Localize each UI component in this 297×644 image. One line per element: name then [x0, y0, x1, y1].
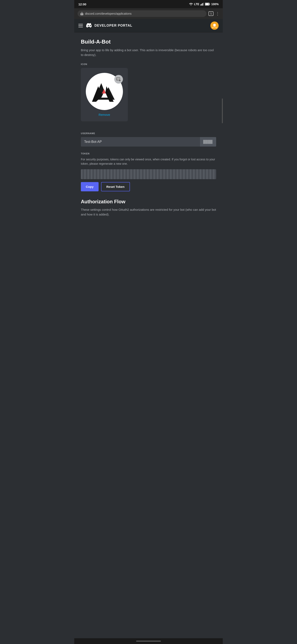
discord-logo: DEVELOPER PORTAL — [86, 23, 132, 28]
svg-point-7 — [213, 24, 216, 26]
wifi-icon — [189, 3, 193, 6]
svg-rect-2 — [202, 3, 203, 6]
icon-upload-box[interactable]: Remove — [81, 68, 128, 121]
authorization-flow-title: Authorization Flow — [81, 199, 216, 204]
svg-rect-6 — [210, 4, 210, 5]
authorization-flow-section: Authorization Flow These settings contro… — [81, 199, 216, 217]
status-bar: 12:00 LTE 100% — [74, 0, 223, 8]
copy-button[interactable]: Copy — [81, 182, 99, 191]
icon-wrapper — [86, 73, 123, 110]
svg-rect-3 — [203, 3, 204, 6]
authorization-flow-description: These settings control how OAuth2 author… — [81, 208, 216, 217]
username-input-row: ████ — [81, 137, 216, 146]
url-bar[interactable]: discord.com/developers/applications — [77, 10, 207, 17]
user-avatar-icon — [211, 22, 218, 29]
browser-bar: discord.com/developers/applications 1 ⋮ — [74, 8, 223, 19]
battery-label: 100% — [211, 2, 219, 6]
svg-rect-0 — [201, 4, 201, 6]
icon-label: ICON — [81, 63, 216, 66]
battery-icon — [205, 3, 210, 6]
token-section: TOKEN For security purposes, tokens can … — [81, 152, 216, 191]
main-content: Build-A-Bot Bring your app to life by ad… — [74, 32, 223, 223]
username-label: USERNAME — [81, 132, 216, 134]
user-avatar[interactable] — [210, 22, 219, 30]
svg-rect-1 — [202, 4, 202, 6]
lte-label: LTE — [194, 2, 199, 6]
image-plus-icon — [116, 77, 121, 82]
icon-section: ICON — [81, 63, 216, 126]
remove-icon-link[interactable]: Remove — [86, 113, 123, 116]
signal-icon — [201, 3, 204, 6]
svg-rect-5 — [205, 3, 209, 5]
portal-title: DEVELOPER PORTAL — [94, 24, 132, 28]
token-display — [81, 169, 216, 179]
token-label: TOKEN — [81, 152, 216, 155]
top-nav: DEVELOPER PORTAL — [74, 19, 223, 32]
status-time: 12:00 — [78, 2, 86, 6]
token-blur — [81, 169, 216, 179]
token-description: For security purposes, tokens can only b… — [81, 157, 216, 166]
build-a-bot-title: Build-A-Bot — [81, 38, 216, 45]
tab-count[interactable]: 1 — [209, 11, 214, 16]
status-icons: LTE 100% — [189, 2, 219, 6]
username-input[interactable] — [81, 137, 200, 146]
discord-logo-icon — [86, 23, 92, 28]
hamburger-menu[interactable] — [78, 24, 83, 27]
build-a-bot-description: Bring your app to life by adding a bot u… — [81, 48, 216, 57]
username-discriminator: ████ — [200, 137, 216, 146]
reset-token-button[interactable]: Reset Token — [101, 182, 130, 191]
url-text: discord.com/developers/applications — [85, 12, 204, 15]
lock-icon — [80, 12, 83, 15]
upload-icon-button[interactable] — [114, 75, 123, 84]
username-section: USERNAME ████ — [81, 132, 216, 146]
scrollbar[interactable] — [222, 98, 223, 123]
browser-menu-dots[interactable]: ⋮ — [216, 11, 220, 16]
nav-left: DEVELOPER PORTAL — [78, 23, 132, 28]
token-buttons: Copy Reset Token — [81, 182, 216, 191]
bot-logo-svg — [90, 77, 119, 106]
